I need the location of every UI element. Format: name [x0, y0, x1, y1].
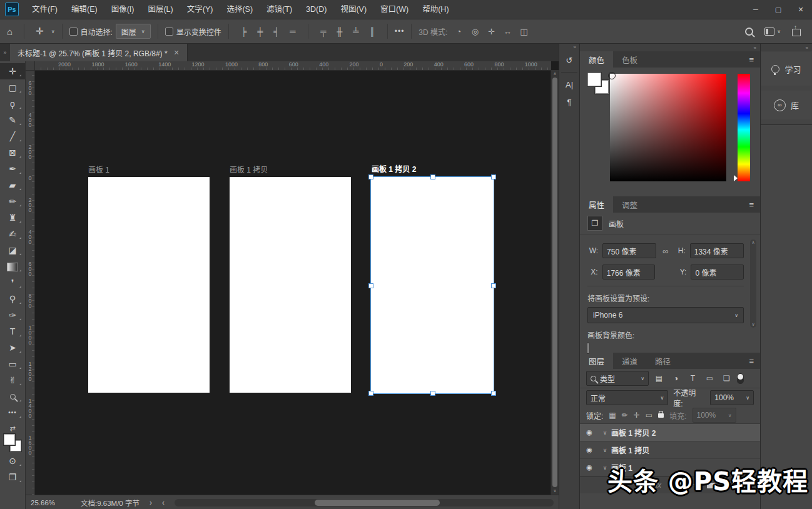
brush-tool[interactable]: ✏ — [0, 193, 25, 209]
menu-item[interactable]: 选择(S) — [220, 0, 260, 19]
scroll-down-icon[interactable]: ∨ — [750, 322, 756, 327]
hue-slider[interactable] — [738, 74, 750, 181]
scroll-down-icon[interactable]: ∨ — [551, 488, 559, 493]
artboard-1-copy-2[interactable] — [371, 177, 494, 393]
frame-tool[interactable]: ⊠ — [0, 144, 25, 161]
screen-mode-button[interactable]: ❐ — [0, 469, 25, 485]
saturation-brightness-field[interactable] — [610, 74, 726, 181]
3d-mode-icon[interactable]: ✛ — [483, 27, 499, 36]
adjustment-layer-filter-icon[interactable]: ◑ — [669, 374, 683, 383]
menu-item[interactable]: 帮助(H) — [415, 0, 455, 19]
tab-channels[interactable]: 通道 — [613, 353, 646, 369]
lock-artboard-icon[interactable]: ▭ — [646, 411, 652, 420]
panel-menu-icon[interactable]: ≡ — [743, 353, 760, 369]
collapse-panels-icon[interactable]: « — [754, 45, 756, 51]
hand-tool[interactable]: ✌ — [0, 372, 25, 388]
transform-handle[interactable] — [491, 283, 496, 288]
lock-pixels-icon[interactable]: ✏ — [622, 411, 628, 420]
vertical-scrollbar[interactable]: ∧ ∨ — [551, 70, 559, 495]
quick-selection-tool[interactable]: ✎ — [0, 112, 25, 128]
tab-adjustments[interactable]: 调整 — [613, 196, 646, 213]
menu-item[interactable]: 窗口(W) — [373, 0, 415, 19]
tab-overflow-icon[interactable]: » — [0, 44, 10, 61]
horizontal-scrollbar[interactable] — [175, 499, 554, 506]
menu-item[interactable]: 文件(F) — [25, 0, 64, 19]
link-dimensions-icon[interactable]: ∞ — [662, 246, 668, 256]
spot-healing-brush-tool[interactable]: ▰ — [0, 177, 25, 193]
crop-tool[interactable]: ╱ — [0, 128, 25, 144]
color-picker-marker[interactable] — [608, 72, 616, 79]
expand-chevron-icon[interactable]: ∨ — [599, 447, 611, 453]
paragraph-panel-icon[interactable]: ¶ — [561, 94, 577, 110]
eraser-tool[interactable]: ◪ — [0, 242, 25, 258]
transform-handle[interactable] — [430, 174, 435, 179]
y-input[interactable]: 0 像素 — [691, 265, 744, 280]
distribute-icon[interactable]: ╧ — [348, 27, 364, 36]
chevron-down-icon[interactable]: ∨ — [51, 29, 55, 34]
height-input[interactable]: 1334 像素 — [690, 243, 744, 258]
swap-colors-icon[interactable]: ⇄ — [9, 424, 15, 433]
align-icon[interactable]: ╞ — [236, 27, 252, 36]
auto-select-target-dropdown[interactable]: 图层 ∨ — [116, 24, 151, 39]
tab-paths[interactable]: 路径 — [646, 353, 679, 369]
artboard-background-swatch[interactable] — [587, 343, 589, 353]
layer-row[interactable]: ◉ ∨ 画板 1 拷贝 2 — [580, 424, 760, 441]
transform-handle[interactable] — [491, 174, 496, 179]
align-icon[interactable]: ╡ — [268, 27, 285, 36]
auto-select-checkbox[interactable] — [69, 28, 78, 36]
artboard-label[interactable]: 画板 1 拷贝 — [230, 164, 268, 174]
menu-item[interactable]: 滤镜(T) — [260, 0, 299, 19]
scroll-up-icon[interactable]: ∧ — [750, 240, 756, 245]
artboard-label-selected[interactable]: 画板 1 拷贝 2 — [372, 163, 416, 174]
move-tool-preset-icon[interactable]: ✛ — [31, 26, 48, 37]
transform-handle[interactable] — [368, 391, 373, 396]
tab-color[interactable]: 颜色 — [580, 51, 613, 68]
panel-menu-icon[interactable]: ≡ — [743, 51, 760, 68]
transform-handle[interactable] — [491, 391, 496, 396]
horizontal-scrollbar-thumb[interactable] — [315, 500, 440, 506]
collapse-panels-icon[interactable]: « — [806, 45, 808, 51]
distribute-icon[interactable]: ╤ — [315, 27, 332, 36]
blur-tool[interactable]: ❜ — [0, 275, 25, 291]
zoom-level-field[interactable]: 25.66% — [31, 499, 71, 506]
zoom-tool[interactable] — [0, 388, 25, 405]
close-button[interactable]: ✕ — [789, 0, 812, 19]
tab-properties[interactable]: 属性 — [580, 196, 613, 213]
expand-panels-icon[interactable]: » — [574, 44, 579, 51]
filter-type-dropdown[interactable]: 类型 ∨ — [586, 371, 649, 386]
quick-mask-button[interactable]: ⊙ — [0, 453, 25, 469]
artboard-preset-select[interactable]: iPhone 6 ∨ — [587, 307, 744, 323]
chevron-down-icon[interactable]: ∨ — [777, 29, 781, 34]
canvas[interactable]: 2000180016001400120010008006004002000200… — [26, 61, 559, 495]
3d-mode-icon[interactable]: ◔ — [450, 27, 467, 36]
lock-transparency-icon[interactable]: ▦ — [609, 411, 616, 420]
close-tab-icon[interactable]: ✕ — [174, 49, 180, 57]
opacity-input[interactable]: 100% ∨ — [710, 390, 754, 405]
fill-input[interactable]: 100% ∨ — [693, 408, 736, 423]
rectangular-marquee-tool[interactable]: ▢ — [0, 79, 25, 96]
minimize-button[interactable]: ─ — [744, 0, 767, 19]
visibility-eye-icon[interactable]: ◉ — [580, 446, 599, 454]
share-icon[interactable] — [792, 29, 801, 36]
clone-stamp-tool[interactable]: ♜ — [0, 209, 25, 226]
menu-item[interactable]: 图层(L) — [141, 0, 180, 19]
move-tool[interactable]: ✛ — [0, 63, 25, 79]
path-selection-tool[interactable]: ➤ — [0, 340, 25, 356]
3d-mode-icon[interactable]: ◫ — [515, 27, 532, 36]
more-options-icon[interactable]: ••• — [395, 27, 405, 36]
transform-handle[interactable] — [368, 283, 373, 288]
menu-item[interactable]: 3D(D) — [299, 0, 333, 19]
eyedropper-tool[interactable]: ✒ — [0, 161, 25, 177]
width-input[interactable]: 750 像素 — [602, 243, 656, 258]
menu-item[interactable]: 图像(I) — [104, 0, 141, 19]
dodge-tool[interactable]: ⚲ — [0, 291, 25, 307]
history-brush-tool[interactable]: ✍ — [0, 226, 25, 242]
shape-layer-filter-icon[interactable]: ▭ — [703, 374, 716, 383]
layer-row[interactable]: ◉ ∨ 画板 1 拷贝 — [580, 441, 760, 459]
artboard-label[interactable]: 画板 1 — [88, 164, 109, 174]
lock-position-icon[interactable]: ✛ — [634, 411, 640, 420]
type-tool[interactable]: T — [0, 323, 25, 340]
libraries-panel-button[interactable]: ∞ 库 — [761, 91, 811, 119]
workspace-icon[interactable] — [764, 28, 774, 36]
align-icon[interactable]: ═ — [285, 27, 301, 36]
